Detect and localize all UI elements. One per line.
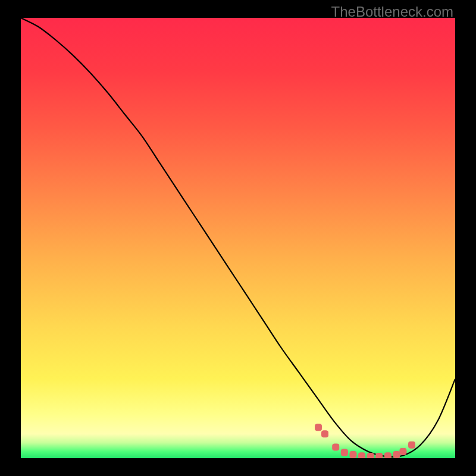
bottleneck-chart bbox=[21, 18, 455, 458]
marker-point bbox=[359, 453, 365, 458]
marker-point bbox=[393, 452, 400, 458]
marker-point bbox=[367, 453, 374, 458]
gradient-background bbox=[21, 18, 455, 458]
chart-frame bbox=[21, 18, 455, 458]
marker-point bbox=[341, 449, 347, 456]
marker-point bbox=[333, 444, 339, 450]
marker-point bbox=[384, 453, 391, 458]
marker-point bbox=[350, 452, 356, 458]
marker-point bbox=[322, 431, 328, 437]
marker-point bbox=[400, 448, 406, 455]
marker-point bbox=[315, 424, 322, 431]
marker-point bbox=[376, 453, 383, 458]
marker-point bbox=[409, 441, 415, 448]
